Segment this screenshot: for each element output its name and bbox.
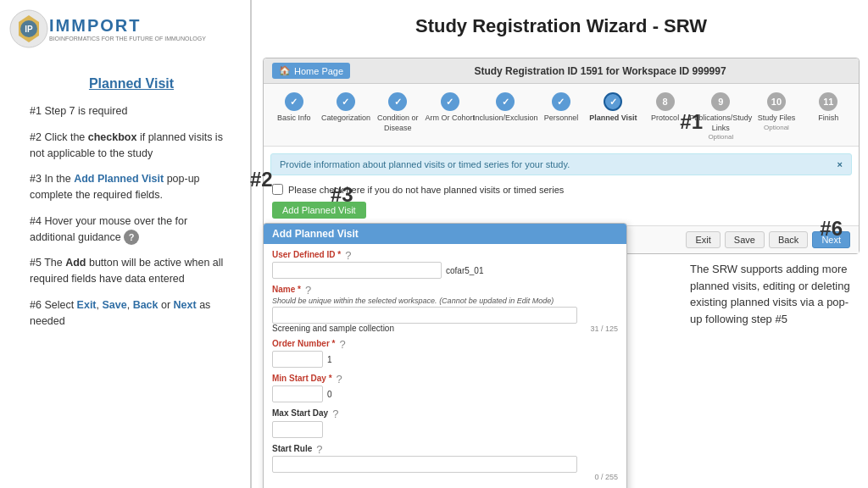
step-sublabel-10: Optional bbox=[764, 124, 789, 131]
step6-text: #6 Select Exit, Save, Back or Next as ne… bbox=[30, 297, 233, 330]
start-rule-input[interactable] bbox=[272, 456, 577, 473]
user-defined-id-field: User Defined ID * ? cofar5_01 bbox=[272, 249, 618, 279]
annotation-1: #1 bbox=[680, 110, 703, 134]
step-planned-visit[interactable]: ✓ Planned Visit bbox=[587, 92, 639, 124]
order-number-value: 1 bbox=[327, 355, 332, 364]
popup-body: User Defined ID * ? cofar5_01 Name * ? bbox=[264, 244, 626, 488]
step-circle-4: ✓ bbox=[441, 92, 459, 111]
min-start-day-input[interactable] bbox=[272, 385, 323, 402]
save-button[interactable]: Save bbox=[725, 231, 765, 248]
step-label-5: Inclusion/Exclusion bbox=[473, 114, 538, 124]
max-start-day-input[interactable] bbox=[272, 421, 323, 438]
home-icon: 🏠 bbox=[279, 65, 291, 76]
wizard-id-text: Study Registration ID 1591 for Workspace… bbox=[474, 65, 726, 77]
step-categorization[interactable]: ✓ Categorization bbox=[320, 92, 371, 124]
step-label-1: Basic Info bbox=[277, 114, 311, 124]
step1-text: #1 Step 7 is required bbox=[30, 103, 233, 119]
step-circle-9: 9 bbox=[711, 92, 730, 111]
step-circle-3: ✓ bbox=[388, 92, 407, 111]
name-input[interactable] bbox=[272, 307, 577, 324]
back-button[interactable]: Back bbox=[769, 231, 808, 248]
step-inclusion[interactable]: ✓ Inclusion/Exclusion bbox=[476, 92, 535, 124]
min-start-day-field: Min Start Day * ? 0 bbox=[272, 373, 618, 402]
step-label-6: Personnel bbox=[544, 114, 579, 124]
info-bar-close[interactable]: × bbox=[837, 159, 843, 169]
name-hint: Should be unique within the selected wor… bbox=[272, 297, 618, 305]
max-start-day-help[interactable]: ? bbox=[332, 408, 338, 420]
annotation-3: #3 bbox=[331, 183, 353, 207]
steps-bar: ✓ Basic Info ✓ Categorization ✓ Conditio… bbox=[264, 84, 859, 147]
checkbox-label: Please check here if you do not have pla… bbox=[288, 185, 564, 195]
step-label-7: Planned Visit bbox=[589, 114, 637, 124]
step-label-2: Categorization bbox=[321, 114, 370, 124]
logo-icon: IP bbox=[8, 8, 49, 49]
step-circle-8: 8 bbox=[656, 92, 675, 111]
step-circle-2: ✓ bbox=[337, 92, 355, 111]
user-defined-id-value: cofar5_01 bbox=[446, 266, 483, 275]
annotation-2: #2 bbox=[250, 168, 273, 191]
step5-text: #5 The Add button will be active when al… bbox=[30, 255, 233, 287]
name-value: Screening and sample collection bbox=[272, 324, 394, 333]
max-start-day-field: Max Start Day ? bbox=[272, 408, 618, 438]
left-panel-title: Planned Visit bbox=[30, 76, 233, 92]
popup-header: Add Planned Visit bbox=[264, 224, 626, 244]
wizard-header: 🏠 Home Page Study Registration ID 1591 f… bbox=[264, 58, 859, 84]
add-planned-visit-popup: Add Planned Visit User Defined ID * ? co… bbox=[263, 223, 627, 488]
step-personnel[interactable]: ✓ Personnel bbox=[535, 92, 587, 124]
home-page-button[interactable]: 🏠 Home Page bbox=[272, 63, 350, 79]
logo: IP IMMPORT BIOINFORMATICS FOR THE FUTURE… bbox=[8, 8, 206, 49]
help-icon: ? bbox=[124, 230, 139, 245]
annotation-6: #6 bbox=[820, 217, 843, 241]
user-defined-id-input[interactable] bbox=[272, 262, 442, 279]
step-circle-10: 10 bbox=[767, 92, 786, 111]
step-circle-6: ✓ bbox=[552, 92, 570, 111]
step-circle-7: ✓ bbox=[604, 92, 622, 111]
start-rule-count: 0 / 255 bbox=[272, 473, 618, 481]
step-label-4: Arm Or Cohort bbox=[425, 114, 475, 124]
name-field: Name * ? Should be unique within the sel… bbox=[272, 284, 618, 333]
step4-text: #4 Hover your mouse over the for additio… bbox=[30, 214, 233, 246]
order-number-input[interactable] bbox=[272, 351, 323, 368]
min-start-day-help[interactable]: ? bbox=[337, 373, 342, 385]
right-text-block: The SRW supports adding more planned vis… bbox=[690, 261, 860, 327]
page-title: Study Registration Wizard - SRW bbox=[254, 15, 868, 37]
user-defined-id-label: User Defined ID * bbox=[272, 250, 341, 259]
left-panel: Planned Visit #1 Step 7 is required #2 C… bbox=[17, 68, 246, 347]
name-help[interactable]: ? bbox=[305, 284, 311, 297]
step-condition[interactable]: ✓ Condition or Disease bbox=[372, 92, 424, 133]
order-number-field: Order Number * ? 1 bbox=[272, 338, 618, 368]
info-bar-text: Provide information about planned visits… bbox=[280, 159, 570, 169]
step-label-8: Protocol bbox=[651, 114, 679, 124]
logo-text: IMMPORT bbox=[49, 16, 206, 36]
step-circle-5: ✓ bbox=[496, 92, 515, 111]
step3-text: #3 In the Add Planned Visit pop-up compl… bbox=[30, 171, 233, 203]
step-sublabel-9: Optional bbox=[708, 133, 733, 141]
start-rule-help[interactable]: ? bbox=[316, 443, 322, 456]
step-circle-1: ✓ bbox=[285, 92, 303, 111]
order-number-help[interactable]: ? bbox=[339, 338, 345, 351]
user-defined-id-help[interactable]: ? bbox=[345, 249, 351, 262]
exit-button[interactable]: Exit bbox=[686, 231, 720, 248]
step-finish[interactable]: 11 Finish bbox=[803, 92, 854, 124]
min-start-day-label: Min Start Day * bbox=[272, 374, 332, 383]
start-rule-field: Start Rule ? 0 / 255 bbox=[272, 443, 618, 482]
max-start-day-label: Max Start Day bbox=[272, 408, 328, 418]
no-planned-visits-checkbox[interactable] bbox=[272, 184, 283, 195]
min-start-day-value: 0 bbox=[327, 390, 332, 399]
start-rule-label: Start Rule bbox=[272, 444, 312, 453]
svg-text:IP: IP bbox=[25, 25, 33, 34]
step-label-10: Study Files bbox=[758, 114, 796, 124]
step2-text: #2 Click the checkbox if planned visits … bbox=[30, 130, 233, 162]
logo-subtitle: BIOINFORMATICS FOR THE FUTURE OF IMMUNOL… bbox=[49, 36, 206, 42]
step-arm[interactable]: ✓ Arm Or Cohort bbox=[424, 92, 476, 124]
step-circle-11: 11 bbox=[819, 92, 837, 111]
name-label: Name * bbox=[272, 285, 301, 294]
step-label-11: Finish bbox=[818, 114, 838, 124]
order-number-label: Order Number * bbox=[272, 339, 335, 348]
step-study-files[interactable]: 10 Study Files Optional bbox=[750, 92, 802, 131]
info-bar: Provide information about planned visits… bbox=[270, 153, 852, 175]
name-count: 31 / 125 bbox=[590, 324, 618, 333]
step-label-3: Condition or Disease bbox=[372, 114, 424, 133]
panel-divider bbox=[250, 0, 252, 488]
step-basic-info[interactable]: ✓ Basic Info bbox=[268, 92, 320, 124]
